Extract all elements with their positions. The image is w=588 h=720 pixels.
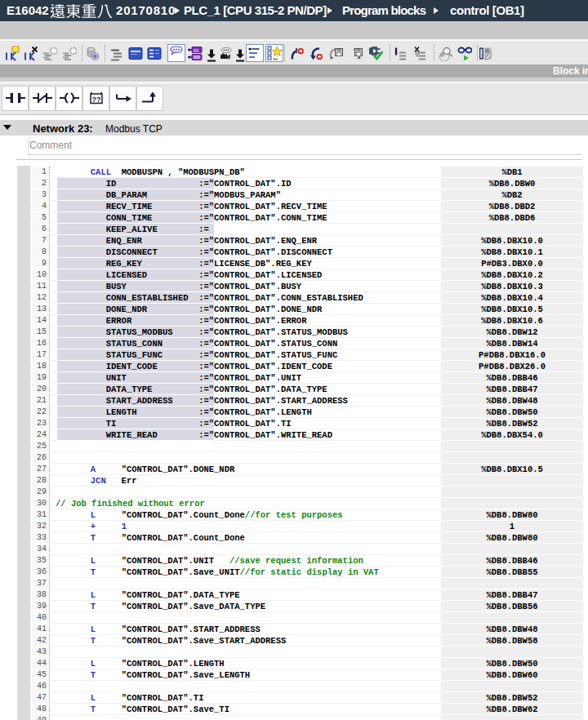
svg-text:??: ?? bbox=[92, 96, 101, 104]
svg-text:01: 01 bbox=[194, 48, 199, 53]
